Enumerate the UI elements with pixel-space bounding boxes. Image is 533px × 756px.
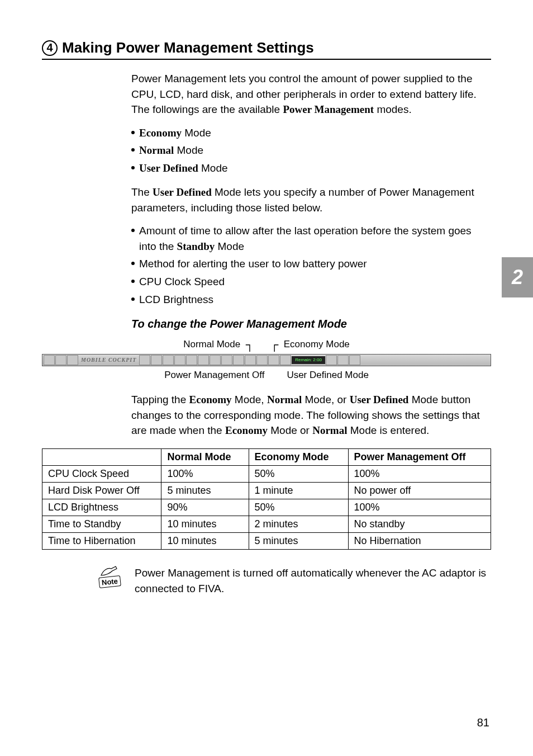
table-header: Power Management Off (348, 449, 491, 466)
section-title: Making Power Management Settings (62, 39, 314, 56)
text: Mode, or (302, 394, 350, 405)
list-item: Economy Mode (131, 125, 491, 141)
toolbar-icon[interactable] (198, 355, 209, 365)
user-defined-mode-button[interactable] (174, 355, 185, 365)
text-bold: User Defined (153, 186, 212, 198)
table-cell: 5 minutes (161, 483, 249, 499)
text: Method for alerting the user to low batt… (139, 256, 367, 272)
modes-list: Economy Mode Normal Mode User Defined Mo… (131, 125, 491, 176)
table-cell: 10 minutes (161, 516, 249, 533)
label-economy-mode: ┌ Economy Mode (270, 338, 350, 352)
list-item: Normal Mode (131, 143, 491, 158)
intro-post: modes. (374, 103, 412, 115)
table-header (42, 449, 161, 466)
toolbar-icon[interactable] (221, 355, 232, 365)
table-cell: Time to Hibernation (42, 533, 161, 550)
table-cell: 90% (161, 499, 249, 516)
text: Tapping the (131, 394, 189, 405)
toolbar-brand: MOBILE COCKPIT (79, 356, 139, 365)
table-cell: 10 minutes (161, 533, 249, 550)
table-row: LCD Brightness 90% 50% 100% (42, 499, 491, 516)
table-cell: 50% (249, 499, 348, 516)
economy-mode-button[interactable] (163, 355, 174, 365)
intro-paragraph: Power Management lets you control the am… (131, 71, 491, 117)
note-block: Note Power Management is turned off auto… (92, 565, 491, 596)
table-cell: No standby (348, 516, 491, 533)
list-item: LCD Brightness (131, 292, 491, 308)
intro-bold: Power Management (283, 103, 374, 115)
section-heading: 4 Making Power Management Settings (42, 39, 491, 60)
mode-name: Normal (139, 144, 174, 156)
text-bold: Normal (267, 394, 302, 405)
list-item: CPU Clock Speed (131, 274, 491, 290)
help-icon[interactable] (349, 355, 360, 365)
toolbar-diagram: Normal Mode ┐ ┌ Economy Mode MOBILE COCK… (42, 338, 491, 382)
toolbar-icon[interactable] (326, 355, 337, 365)
toolbar-icon[interactable] (233, 355, 244, 365)
note-text: Power Management is turned off automatic… (135, 565, 491, 596)
normal-mode-button[interactable] (151, 355, 162, 365)
text: CPU Clock Speed (139, 274, 225, 290)
section-number-circle: 4 (42, 40, 58, 56)
toolbar-icon[interactable] (245, 355, 256, 365)
table-cell: 100% (348, 499, 491, 516)
toolbar-icon[interactable] (268, 355, 279, 365)
list-item: Method for alerting the user to low batt… (131, 256, 491, 272)
table-header-row: Normal Mode Economy Mode Power Managemen… (42, 449, 491, 466)
toolbar-icon[interactable] (256, 355, 268, 365)
table-cell: 100% (348, 466, 491, 483)
text-bold: Normal (312, 424, 347, 436)
userdefined-list: Amount of time to allow after the last o… (131, 223, 491, 307)
label-user-defined: User Defined Mode (287, 368, 368, 382)
mode-settings-table: Normal Mode Economy Mode Power Managemen… (42, 448, 491, 550)
note-icon: Note (92, 565, 127, 587)
toolbar-icon[interactable] (55, 355, 66, 365)
toolbar-icon[interactable] (186, 355, 197, 365)
toolbar-icon[interactable] (280, 355, 291, 365)
subheading-change-mode: To change the Power Management Mode (131, 316, 491, 332)
text: Mode or (268, 424, 312, 436)
text: Mode is entered. (347, 424, 429, 436)
pm-off-button[interactable] (139, 355, 150, 365)
label-pm-off: Power Management Off (164, 368, 264, 382)
list-item: User Defined Mode (131, 160, 491, 176)
table-cell: 1 minute (249, 483, 348, 499)
mobile-cockpit-toolbar: MOBILE COCKPIT Remain: 2:00 (42, 354, 491, 366)
table-row: CPU Clock Speed 100% 50% 100% (42, 466, 491, 483)
label-normal-mode: Normal Mode ┐ (183, 338, 254, 352)
table-cell: 5 minutes (249, 533, 348, 550)
tap-paragraph: Tapping the Economy Mode, Normal Mode, o… (131, 392, 491, 438)
text: The (131, 186, 153, 198)
mode-name: Economy (139, 127, 182, 139)
chapter-tab: 2 (502, 257, 533, 297)
table-row: Hard Disk Power Off 5 minutes 1 minute N… (42, 483, 491, 499)
table-header: Normal Mode (161, 449, 249, 466)
toolbar-icon[interactable] (210, 355, 221, 365)
text: Mode (215, 240, 244, 252)
text-bold: Economy (189, 394, 232, 405)
table-cell: 50% (249, 466, 348, 483)
list-item: Amount of time to allow after the last o… (131, 223, 491, 254)
table-cell: CPU Clock Speed (42, 466, 161, 483)
text-bold: Standby (177, 240, 215, 252)
toolbar-icon[interactable] (67, 355, 78, 365)
toolbar-icon[interactable] (337, 355, 349, 365)
table-cell: Hard Disk Power Off (42, 483, 161, 499)
table-header: Economy Mode (249, 449, 348, 466)
text-bold: Economy (225, 424, 268, 436)
battery-remain-display: Remain: 2:00 (292, 356, 325, 364)
hand-writing-icon (100, 565, 119, 577)
table-row: Time to Standby 10 minutes 2 minutes No … (42, 516, 491, 533)
table-cell: No Hibernation (348, 533, 491, 550)
table-cell: Time to Standby (42, 516, 161, 533)
mode-suffix: Mode (182, 127, 211, 139)
userdefined-intro: The User Defined Mode lets you specify a… (131, 185, 491, 215)
toolbar-icon[interactable] (44, 355, 55, 365)
note-label: Note (98, 575, 121, 588)
text: Mode, (232, 394, 267, 405)
table-cell: 2 minutes (249, 516, 348, 533)
table-cell: LCD Brightness (42, 499, 161, 516)
text-bold: User Defined (350, 394, 409, 405)
text: LCD Brightness (139, 292, 213, 308)
table-cell: No power off (348, 483, 491, 499)
